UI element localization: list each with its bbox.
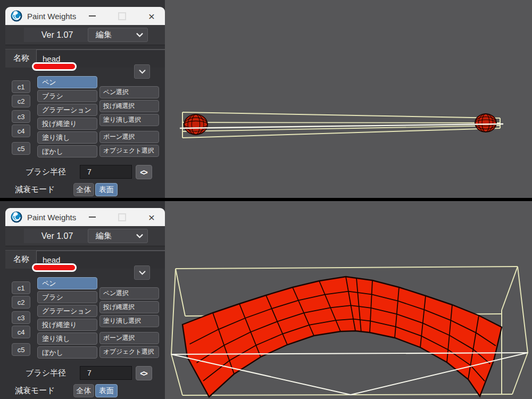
version-row: Ver 1.07 編集 bbox=[5, 226, 165, 246]
edit-menu-label: 編集 bbox=[96, 30, 112, 40]
channel-button-c5[interactable]: c5 bbox=[12, 142, 30, 155]
tool-button-fill[interactable]: 塗り潰し bbox=[37, 131, 97, 144]
name-label: 名称 bbox=[13, 254, 29, 264]
viewport-render bbox=[165, 0, 532, 198]
paint-weights-workspace: Paint Weights × Ver 1.07 編集 名称 head c1 bbox=[0, 201, 532, 399]
channel-button-c4[interactable]: c4 bbox=[12, 326, 30, 338]
channel-button-c2[interactable]: c2 bbox=[12, 95, 30, 107]
tool-button-lasso-paint[interactable]: 投げ縄塗り bbox=[37, 319, 97, 331]
name-dropdown-button[interactable] bbox=[134, 265, 150, 280]
minimize-button[interactable] bbox=[84, 210, 100, 224]
maximize-button[interactable] bbox=[114, 210, 130, 224]
chevron-down-icon bbox=[136, 234, 143, 238]
maximize-icon bbox=[118, 12, 126, 20]
window-title: Paint Weights bbox=[27, 12, 84, 21]
name-label: 名称 bbox=[13, 53, 29, 63]
chevron-down-icon bbox=[139, 271, 146, 275]
edit-menu-button[interactable]: 編集 bbox=[88, 229, 148, 243]
page-root: Paint Weights × Ver 1.07 編集 名称 head c1 bbox=[0, 0, 532, 399]
window-title: Paint Weights bbox=[27, 213, 84, 222]
tool-button-brush[interactable]: ブラシ bbox=[37, 291, 97, 303]
select-button-pen[interactable]: ペン選択 bbox=[99, 287, 159, 300]
minimize-icon bbox=[89, 15, 96, 16]
channel-button-c1[interactable]: c1 bbox=[12, 80, 30, 93]
tool-button-brush[interactable]: ブラシ bbox=[37, 90, 97, 102]
select-button-fill[interactable]: 塗り潰し選択 bbox=[99, 315, 159, 327]
select-button-object[interactable]: オブジェクト選択 bbox=[99, 346, 159, 358]
channel-button-c2[interactable]: c2 bbox=[12, 296, 30, 309]
red-underline-annotation bbox=[32, 263, 77, 272]
name-dropdown-button[interactable] bbox=[134, 64, 150, 79]
viewport-render bbox=[165, 201, 532, 399]
falloff-mode-label: 減衰モード bbox=[15, 386, 55, 396]
select-button-object[interactable]: オブジェクト選択 bbox=[99, 145, 159, 157]
app-icon bbox=[11, 211, 22, 223]
tool-button-lasso-paint[interactable]: 投げ縄塗り bbox=[37, 118, 97, 130]
minimize-icon bbox=[89, 217, 96, 218]
brush-radius-input[interactable]: 7 bbox=[80, 165, 132, 179]
brush-radius-stepper[interactable]: <> bbox=[136, 165, 152, 179]
chevron-down-icon bbox=[139, 70, 146, 74]
select-button-lasso[interactable]: 投げ縄選択 bbox=[99, 100, 159, 112]
window-titlebar: Paint Weights × bbox=[5, 7, 165, 25]
window-titlebar: Paint Weights × bbox=[5, 208, 165, 226]
tool-button-gradation[interactable]: グラデーション bbox=[37, 104, 97, 116]
channel-button-c3[interactable]: c3 bbox=[12, 110, 30, 123]
brush-radius-label: ブラシ半径 bbox=[26, 167, 66, 177]
tool-button-pen[interactable]: ペン bbox=[37, 277, 97, 289]
maximize-icon bbox=[118, 213, 126, 221]
tool-button-gradation[interactable]: グラデーション bbox=[37, 305, 97, 317]
paint-weights-workspace: Paint Weights × Ver 1.07 編集 名称 head c1 bbox=[0, 0, 532, 198]
falloff-option-surface[interactable]: 表面 bbox=[95, 183, 118, 196]
falloff-option-surface[interactable]: 表面 bbox=[95, 384, 118, 397]
brush-radius-input[interactable]: 7 bbox=[80, 366, 132, 380]
app-icon bbox=[11, 10, 22, 22]
maximize-button[interactable] bbox=[114, 9, 130, 23]
brush-radius-label: ブラシ半径 bbox=[26, 368, 66, 378]
close-icon: × bbox=[148, 212, 155, 223]
falloff-option-whole[interactable]: 全体 bbox=[73, 384, 94, 397]
chevron-down-icon bbox=[136, 33, 143, 37]
red-underline-annotation bbox=[32, 62, 77, 71]
close-icon: × bbox=[148, 11, 155, 22]
select-button-lasso[interactable]: 投げ縄選択 bbox=[99, 301, 159, 313]
falloff-mode-label: 減衰モード bbox=[15, 185, 55, 195]
select-button-fill[interactable]: 塗り潰し選択 bbox=[99, 114, 159, 126]
channel-button-c4[interactable]: c4 bbox=[12, 124, 30, 137]
tool-button-blur[interactable]: ぼかし bbox=[37, 145, 97, 157]
3d-viewport[interactable] bbox=[165, 0, 532, 198]
brush-radius-stepper[interactable]: <> bbox=[136, 366, 152, 380]
edit-menu-button[interactable]: 編集 bbox=[88, 28, 148, 42]
tool-button-pen[interactable]: ペン bbox=[37, 76, 97, 88]
select-button-bone[interactable]: ボーン選択 bbox=[99, 131, 159, 143]
select-button-pen[interactable]: ペン選択 bbox=[99, 86, 159, 98]
channel-button-c1[interactable]: c1 bbox=[12, 281, 30, 294]
select-button-bone[interactable]: ボーン選択 bbox=[99, 332, 159, 344]
channel-button-c5[interactable]: c5 bbox=[12, 343, 30, 356]
version-label: Ver 1.07 bbox=[24, 28, 90, 42]
close-button[interactable]: × bbox=[144, 9, 160, 23]
3d-viewport[interactable] bbox=[165, 201, 532, 399]
edit-menu-label: 編集 bbox=[96, 231, 112, 241]
minimize-button[interactable] bbox=[84, 9, 100, 23]
close-button[interactable]: × bbox=[144, 210, 160, 224]
version-row: Ver 1.07 編集 bbox=[5, 25, 165, 45]
tool-button-blur[interactable]: ぼかし bbox=[37, 346, 97, 359]
falloff-option-whole[interactable]: 全体 bbox=[73, 183, 94, 196]
version-label: Ver 1.07 bbox=[24, 229, 90, 243]
channel-button-c3[interactable]: c3 bbox=[12, 311, 30, 324]
tool-button-fill[interactable]: 塗り潰し bbox=[37, 332, 97, 345]
